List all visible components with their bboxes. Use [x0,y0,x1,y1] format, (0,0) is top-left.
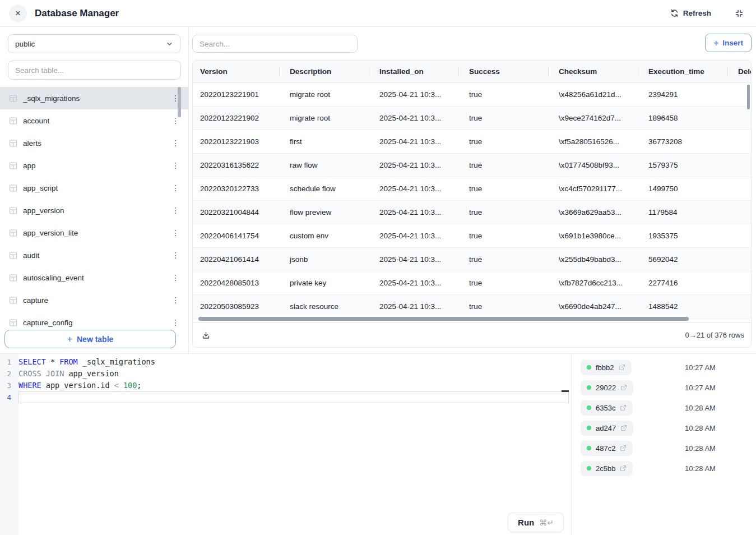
history-id-pill[interactable]: fbbb2 [581,360,632,375]
sidebar-item-app_version[interactable]: app_version⋮ [0,199,188,222]
history-item-487c2[interactable]: 487c210:28 AM [572,438,756,458]
history-id: fbbb2 [596,363,614,372]
table-cell: \xfb7827d6cc213... [551,271,641,294]
table-cell: private key [282,271,372,294]
external-link-icon[interactable] [620,425,627,431]
run-button[interactable]: Run ⌘↵ [508,513,564,532]
table-row[interactable]: 20220421061414jsonb2025-04-21 10:3...tru… [193,248,751,271]
table-row[interactable]: 20220123221902migrate root2025-04-21 10:… [193,107,751,130]
history-id-pill[interactable]: 487c2 [581,441,633,456]
sidebar-item-autoscaling_event[interactable]: autoscaling_event⋮ [0,266,188,289]
query-history-panel: fbbb210:27 AM2902210:27 AM6353c10:28 AMa… [572,354,756,535]
table-search-input[interactable] [8,61,181,80]
collapse-view-button[interactable] [731,8,747,19]
sidebar-item-audit[interactable]: audit⋮ [0,244,188,266]
kebab-menu-icon[interactable]: ⋮ [168,206,183,215]
table-row[interactable]: 20220321004844flow preview2025-04-21 10:… [193,201,751,224]
table-cell: true [462,130,551,153]
column-separator[interactable] [458,67,459,76]
history-item-ad247[interactable]: ad24710:28 AM [572,418,756,438]
table-row[interactable]: 20220123221903first2025-04-21 10:3...tru… [193,130,751,154]
sql-token: app_version.id [41,381,114,390]
refresh-button[interactable]: Refresh [667,8,715,18]
column-separator[interactable] [369,67,369,76]
external-link-icon[interactable] [620,445,627,451]
schema-select[interactable]: public [8,34,180,53]
table-cell: 2025-04-21 10:3... [372,130,462,153]
status-dot [587,365,591,370]
table-name: app [23,162,163,170]
external-link-icon[interactable] [620,404,627,411]
table-cell: jsonb [282,248,372,271]
code-line[interactable]: 4 [0,391,571,403]
kebab-menu-icon[interactable]: ⋮ [168,251,183,260]
kebab-menu-icon[interactable]: ⋮ [168,318,183,327]
table-cell: flow preview [282,201,372,224]
column-separator[interactable] [279,67,280,76]
table-icon [9,229,17,237]
code-line[interactable]: 3WHERE app_version.id < 100; [0,380,571,391]
table-row[interactable]: 20220406141754custom env2025-04-21 10:3.… [193,224,751,248]
kebab-menu-icon[interactable]: ⋮ [168,296,183,305]
history-id-pill[interactable]: 2c5bb [581,461,633,476]
history-id-pill[interactable]: ad247 [581,421,633,436]
history-item-29022[interactable]: 2902210:27 AM [572,377,756,398]
sidebar-scrollbar[interactable] [178,87,181,117]
sidebar-item-app_script[interactable]: app_script⋮ [0,177,188,199]
sidebar-item-capture_config[interactable]: capture_config⋮ [0,311,188,327]
table-cell: 2277416 [641,271,731,294]
status-dot [587,385,591,390]
top-bar-actions: Refresh [667,8,747,19]
download-button[interactable] [200,329,212,342]
table-row[interactable]: 20220316135622raw flow2025-04-21 10:3...… [193,154,751,177]
download-icon [202,331,210,339]
horizontal-scrollbar[interactable] [198,317,689,321]
table-cell: 20220428085013 [193,271,282,294]
table-cell: 2025-04-21 10:3... [372,107,462,130]
history-id-pill[interactable]: 6353c [581,400,633,416]
history-id-pill[interactable]: 29022 [581,380,633,395]
sql-token [119,381,123,390]
kebab-menu-icon[interactable]: ⋮ [168,139,183,147]
sidebar-item-account[interactable]: account⋮ [0,109,188,132]
sidebar-item-alerts[interactable]: alerts⋮ [0,132,188,154]
column-separator[interactable] [638,67,638,76]
kebab-menu-icon[interactable]: ⋮ [168,116,183,125]
external-link-icon[interactable] [620,465,627,472]
data-grid-panel: + Insert VersionDescriptionInstalled_onS… [189,27,756,353]
kebab-menu-icon[interactable]: ⋮ [168,273,183,282]
kebab-menu-icon[interactable]: ⋮ [168,161,183,170]
kebab-menu-icon[interactable]: ⋮ [168,183,183,192]
table-row[interactable]: 20220428085013private key2025-04-21 10:3… [193,271,751,295]
lower-section: 1SELECT * FROM _sqlx_migrations2CROSS JO… [0,353,756,535]
column-separator[interactable] [548,67,549,76]
sidebar-item-capture[interactable]: capture⋮ [0,289,188,311]
vertical-scrollbar[interactable] [747,85,750,109]
sidebar-item-app[interactable]: app⋮ [0,154,188,177]
table-name: app_script [23,184,163,192]
history-item-2c5bb[interactable]: 2c5bb10:28 AM [572,458,756,478]
code-line[interactable]: 1SELECT * FROM _sqlx_migrations [0,356,571,368]
sidebar-item-app_version_lite[interactable]: app_version_lite⋮ [0,222,188,244]
new-table-button[interactable]: + New table [4,330,176,348]
status-dot [587,426,591,430]
table-cell: true [462,271,551,294]
kebab-menu-icon[interactable]: ⋮ [168,228,183,237]
column-separator[interactable] [727,67,728,76]
external-link-icon[interactable] [620,384,627,391]
code-line[interactable]: 2CROSS JOIN app_version [0,368,571,380]
insert-button[interactable]: + Insert [705,34,752,52]
external-link-icon[interactable] [619,364,625,371]
history-item-6353c[interactable]: 6353c10:28 AM [572,398,756,418]
history-item-fbbb2[interactable]: fbbb210:27 AM [572,357,756,377]
line-number: 2 [0,368,18,380]
close-button[interactable]: × [9,4,27,22]
table-row[interactable]: 20220320122733schedule flow2025-04-21 10… [193,177,751,201]
table-row[interactable]: 20220123221901migrate root2025-04-21 10:… [193,83,751,107]
sidebar-item-_sqlx_migrations[interactable]: _sqlx_migrations⋮ [0,87,188,109]
sql-editor[interactable]: 1SELECT * FROM _sqlx_migrations2CROSS JO… [0,354,572,535]
table-row[interactable]: 20220503085923slack resource2025-04-21 1… [193,295,751,319]
table-body: 20220123221901migrate root2025-04-21 10:… [193,83,751,319]
table-cell: 20220406141754 [193,224,282,247]
row-search-input[interactable] [192,35,358,53]
